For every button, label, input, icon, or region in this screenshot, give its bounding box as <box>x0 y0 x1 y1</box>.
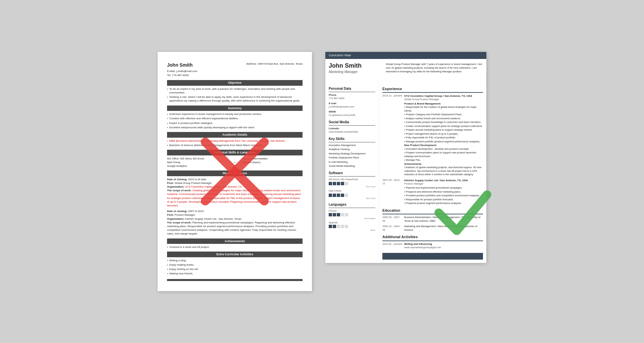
exp1-details: XYZ Cosmetics Capital Group / San Antoni… <box>404 94 483 177</box>
sb2-2 <box>333 194 336 197</box>
spb4 <box>341 225 344 228</box>
phone-label: Phone <box>329 93 375 97</box>
lang-spanish: Spanish Basic <box>329 221 375 231</box>
sb2-4 <box>341 194 344 197</box>
main-content: Experience 2010-12 - present XYZ Cosmeti… <box>379 80 486 263</box>
work2-date: Date of Joining: 2007 to 2010 <box>167 209 303 213</box>
edu1-degree: Business Administration / Marketing Mana… <box>404 216 483 223</box>
work-entry-1: Date of Joining: 2010 to till date Post:… <box>167 178 303 208</box>
add1-value: www.mymarketingcampaigns.me <box>404 246 483 250</box>
work2-post: Post: Product Manager <box>167 213 303 217</box>
edu1-details: Business Administration / Marketing Mana… <box>404 216 483 223</box>
exp-entry-1: 2010-12 - present XYZ Cosmetics Capital … <box>382 94 483 177</box>
resume-bad: John Smith E-Mail: j.smith@mail.com Tel:… <box>158 52 312 291</box>
sb1-4 <box>341 182 344 185</box>
exp1-pb6: • Prepare annual marketing plans to supp… <box>404 128 483 132</box>
exp2-b2: • Prepared and delivered effective marke… <box>404 190 483 194</box>
skill-5: E-mail Marketing <box>329 160 375 164</box>
bottom-bar-good <box>382 253 483 260</box>
email-label: E-mail <box>329 102 375 106</box>
exp2-details: Kitchen Supply Center Ltd / San Antonio,… <box>404 179 483 205</box>
skill-2: Analytical Thinking <box>329 148 375 151</box>
technical-cols: MS Office: MS Word, MS Excel Mail Chimp … <box>167 157 303 168</box>
exp2-b3: • Provided product portfolios and compet… <box>404 194 483 198</box>
edu-entry-1: 2005-09 - 2007-05 Business Administratio… <box>382 216 483 223</box>
sidebar: Personal Data Phone 774-987-4009 E-mail … <box>325 80 379 263</box>
ach-bullet-1: Involved in a stock sell-off project. <box>167 245 303 249</box>
sb2-1 <box>329 194 332 197</box>
fb1 <box>329 213 332 216</box>
section-academic: Academic Details <box>167 132 303 138</box>
sum-bullet-2: Creative with effective and efficient or… <box>167 117 303 120</box>
exp1-dates: 2010-12 - present <box>382 94 402 98</box>
software-item-1: MS Excel, MS PowerPoint Very Good <box>329 178 375 188</box>
work1-org: Organization: XYZ Cosmetics Capital Grou… <box>167 185 303 189</box>
skill-3: Marketing Strategy Development <box>329 152 375 156</box>
linkedin-value: www.linkedin.com/johnbtw <box>329 130 375 134</box>
tech-col1: MS Office: MS Word, MS Excel Mail Chimp … <box>167 157 228 168</box>
fb5 <box>345 213 348 216</box>
exp1-company: XYZ Cosmetics Capital Group / San Antoni… <box>404 94 483 98</box>
exp1-npd1: • Innovation development - develop new p… <box>404 147 483 151</box>
exp1-role: Global Group Product Manager <box>404 98 483 101</box>
sb1-3 <box>337 182 340 185</box>
fb2 <box>333 213 336 216</box>
section-objective: Objective <box>167 80 303 86</box>
www-label: WWW <box>329 110 375 114</box>
exp-entry-2: 2007-09 - 2010-11 Kitchen Supply Center … <box>382 179 483 205</box>
sum-bullet-1: Extensive experience in brand management… <box>167 112 303 116</box>
work1-scope: The scope of work: Creating global brand… <box>167 189 303 207</box>
linkedin-label: LinkedIn <box>329 127 375 131</box>
add1-dates: 2012-01 - present <box>382 243 402 246</box>
email-value: j.smith@uptowork.com <box>329 105 375 109</box>
exp1-ach-text: I finalized 10 global marketing projects… <box>404 166 483 177</box>
tel-value: 774-987-4009 <box>172 74 189 77</box>
tech-item-1: MS Office: MS Word, MS Excel <box>167 157 228 160</box>
add1-title: Writing and Influencing <box>404 243 483 246</box>
social-media-title: Social Media <box>329 120 375 126</box>
skill-4: Portfolio Deployment Plans <box>329 156 375 160</box>
resume-good: Curriculum Vitae John Smith Marketing Ma… <box>325 52 486 263</box>
sum-bullet-3: Expert in product portfolio strategies. <box>167 121 303 125</box>
exp2-b1: • Planned and implemented promotional ca… <box>404 186 483 190</box>
contact-header: John Smith E-Mail: j.smith@mail.com Tel:… <box>167 62 303 77</box>
sb1-1 <box>329 182 332 185</box>
section-work: Work Experience <box>167 170 303 176</box>
good-header: John Smith Marketing Manager Global Grou… <box>325 59 486 80</box>
exp1-npd-label: New Product Development: <box>404 144 483 147</box>
exp2-b5: • Prepared product segment performance a… <box>404 202 483 205</box>
fb3 <box>337 213 340 216</box>
address-value: 1905 W East Ave, San Antonio, Texas <box>258 62 303 65</box>
obj-bullet-1: To be an expert in my area of work, with… <box>167 87 303 94</box>
fb4 <box>341 213 344 216</box>
address-label: Address: <box>246 62 257 65</box>
section-technical: Technical Skills & Languages <box>167 150 303 155</box>
exp1-pb1: • Responsible for the creation of global… <box>404 106 483 113</box>
extra-bullet-1: Writing a blog. <box>167 259 303 262</box>
sb2-5 <box>345 194 348 197</box>
exp1-pb3: • Analyze market trends and recommend so… <box>404 117 483 121</box>
section-extra: Extra Curricular Activities <box>167 252 303 257</box>
exp1-pb7: • Project management (teams of up to 5 p… <box>404 132 483 136</box>
work-entry-2: Date of Joining: 2007 to 2010 Post: Prod… <box>167 209 303 235</box>
software-bar-1 <box>329 182 375 185</box>
acad-bullet-1: MBA (Business Administration, Marketing … <box>167 139 303 143</box>
name-left: John Smith <box>167 62 197 69</box>
extra-bullet-2: Enjoy reading books. <box>167 263 303 267</box>
contact-right: Address: 1905 W East Ave, San Antonio, T… <box>246 62 303 66</box>
phone-value: 774-987-4009 <box>329 97 375 100</box>
spb3 <box>337 225 340 228</box>
work1-post: Post: Global Group Product Manager <box>167 181 303 185</box>
personal-data-title: Personal Data <box>329 86 375 92</box>
edu-entry-2: 2000-10 - 2004-05 Marketing and Manageme… <box>382 225 483 232</box>
languages-title: Languages <box>329 202 375 208</box>
edu2-degree: Marketing and Management / West Miami Un… <box>404 225 483 232</box>
tel-line: Tel: 774-987-4009 <box>167 73 197 77</box>
sb2-3 <box>337 194 340 197</box>
good-header-left: John Smith Marketing Manager <box>329 62 382 77</box>
exp1-pb5: • Create communication support plans for… <box>404 125 483 128</box>
contact-left: John Smith E-Mail: j.smith@mail.com Tel:… <box>167 62 197 77</box>
exp1-pb-label: Product & Brand Management: <box>404 102 483 106</box>
lang-french: French Intermediate <box>329 209 375 220</box>
good-title: Marketing Manager <box>329 70 382 74</box>
